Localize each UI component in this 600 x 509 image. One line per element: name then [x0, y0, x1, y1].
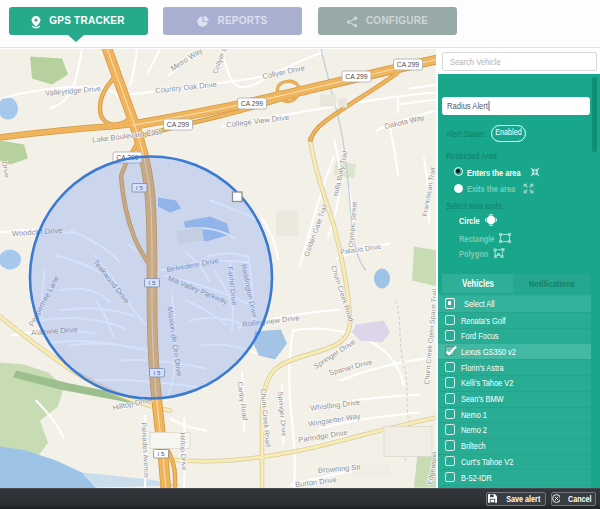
- svg-text:CA 299: CA 299: [167, 121, 190, 128]
- svg-text:I 5: I 5: [158, 450, 165, 457]
- svg-text:CA 299: CA 299: [241, 100, 264, 107]
- svg-text:CA 299: CA 299: [345, 73, 368, 80]
- svg-text:CA 299: CA 299: [397, 61, 420, 68]
